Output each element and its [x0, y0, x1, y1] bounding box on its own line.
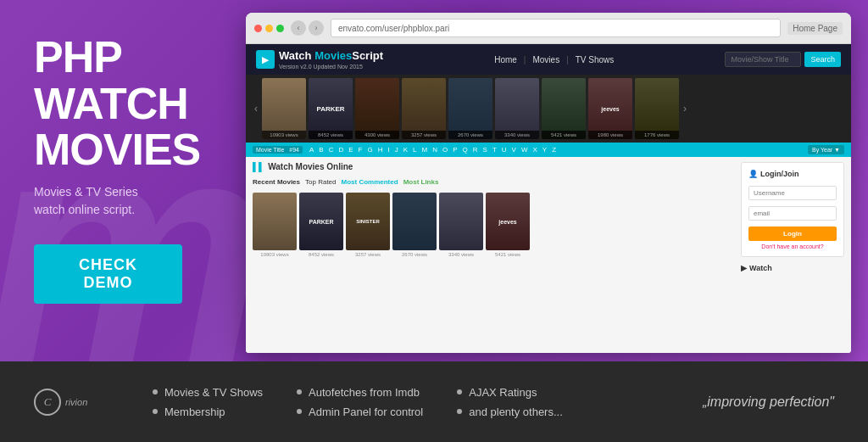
strip-movie-5[interactable]: 2670 views	[448, 78, 492, 139]
watch-section: ▶ Watch	[741, 264, 844, 272]
strip-movie-3-views: 4300 views	[355, 131, 399, 139]
grid-movie-6-views: 5421 views	[486, 252, 530, 257]
alpha-e[interactable]: E	[347, 145, 354, 154]
strip-movie-1[interactable]: 10903 views	[262, 78, 306, 139]
grid-movie-2[interactable]: PARKER 8452 views	[299, 193, 343, 257]
tab-recent[interactable]: Recent Movies	[253, 176, 300, 187]
grid-movie-4[interactable]: 2670 views	[392, 193, 437, 257]
alpha-j[interactable]: J	[393, 145, 400, 154]
title-line2: WATCH	[34, 81, 212, 127]
dot-green[interactable]	[276, 25, 284, 32]
grid-movie-4-thumb	[392, 193, 437, 250]
alpha-o[interactable]: O	[441, 145, 449, 154]
alpha-i[interactable]: I	[386, 145, 391, 154]
dot-red[interactable]	[254, 25, 262, 32]
section-icon: ▌▌	[253, 162, 264, 171]
grid-movie-3-views: 3257 views	[346, 252, 390, 257]
alpha-l[interactable]: L	[411, 145, 418, 154]
tab-toprated[interactable]: Top Rated	[305, 176, 336, 187]
login-title: 👤 Login/Join	[748, 170, 837, 178]
app-subtitle: Movies & TV Serieswatch online script.	[34, 183, 212, 219]
strip-prev-arrow[interactable]: ‹	[253, 103, 259, 115]
register-link[interactable]: Don't have an account?	[748, 243, 837, 249]
forward-button[interactable]: ›	[309, 20, 324, 36]
username-input[interactable]	[748, 186, 837, 200]
strip-movie-1-views: 10903 views	[262, 131, 306, 139]
feature-ajax: AJAX Ratings	[457, 386, 563, 399]
alpha-g[interactable]: G	[365, 145, 374, 154]
tab-mostlinks[interactable]: Most Links	[403, 176, 439, 187]
alpha-b[interactable]: B	[317, 145, 325, 154]
strip-movie-6[interactable]: 3340 views	[495, 78, 539, 139]
browser-url-bar[interactable]: envato.com/user/phpblox.pari	[331, 19, 781, 37]
grid-movie-1[interactable]: 10903 views	[253, 193, 297, 257]
logo-title: Watch MoviesScript	[279, 49, 383, 62]
grid-movie-5-views: 3340 views	[439, 252, 483, 257]
feature-ajax-text: AJAX Ratings	[469, 386, 537, 399]
back-button[interactable]: ‹	[291, 20, 306, 36]
title-line1: PHP	[34, 34, 212, 81]
alpha-v[interactable]: V	[510, 145, 518, 154]
alpha-z[interactable]: Z	[550, 145, 558, 154]
nav-tvshows[interactable]: TV Shows	[576, 55, 615, 64]
strip-movie-4-views: 3257 views	[402, 131, 446, 139]
alpha-q[interactable]: Q	[461, 145, 470, 154]
strip-movie-8[interactable]: jeeves 1980 views	[588, 78, 632, 139]
grid-movie-5[interactable]: 3340 views	[439, 193, 483, 257]
search-button[interactable]: Search	[804, 52, 841, 67]
content-right: 👤 Login/Join Login Don't have an account…	[734, 162, 844, 348]
grid-movie-3[interactable]: SINISTER 3257 views	[346, 193, 390, 257]
grid-movie-6[interactable]: jeeves 5421 views	[486, 193, 530, 257]
alpha-r[interactable]: R	[471, 145, 480, 154]
nav-movies[interactable]: Movies	[532, 55, 559, 64]
sort-dropdown[interactable]: By Year ▼	[808, 145, 844, 154]
alpha-f[interactable]: F	[357, 145, 364, 154]
main-area: m PHP WATCH MOVIES Movies & TV Serieswat…	[0, 0, 868, 361]
strip-movie-3[interactable]: 4300 views	[355, 78, 399, 139]
alpha-p[interactable]: P	[451, 145, 459, 154]
alpha-u[interactable]: U	[500, 145, 509, 154]
app-title: PHP WATCH MOVIES	[34, 34, 212, 173]
nav-home[interactable]: Home	[494, 55, 517, 64]
password-input[interactable]	[748, 206, 837, 221]
crivion-icon: C	[34, 389, 61, 416]
crivion-logo: C rivion	[34, 389, 87, 416]
site-nav: Home | Movies | TV Shows	[393, 55, 715, 64]
dot-yellow[interactable]	[265, 25, 273, 32]
alpha-a[interactable]: A	[308, 145, 315, 154]
feature-autofetch: Autofetches from Imdb	[297, 386, 423, 399]
strip-movie-4[interactable]: 3257 views	[402, 78, 446, 139]
tagline-text: „improving perfection"	[703, 394, 834, 409]
strip-next-arrow[interactable]: ›	[682, 103, 688, 115]
login-button[interactable]: Login	[748, 227, 837, 241]
check-demo-button[interactable]: CHECK DEMO	[34, 244, 182, 304]
login-section: 👤 Login/Join Login Don't have an account…	[741, 162, 844, 257]
browser-toolbar: ‹ › envato.com/user/phpblox.pari Home Pa…	[246, 13, 851, 44]
alpha-x[interactable]: X	[531, 145, 538, 154]
tab-mostcommented[interactable]: Most Commented	[342, 176, 398, 187]
grid-movie-5-thumb	[439, 193, 483, 250]
strip-movie-7[interactable]: 5421 views	[542, 78, 586, 139]
watch-title: ▶ Watch	[741, 264, 844, 272]
bullet-4	[297, 409, 302, 414]
alpha-s[interactable]: S	[481, 145, 489, 154]
alpha-y[interactable]: Y	[541, 145, 548, 154]
alpha-n[interactable]: N	[431, 145, 439, 154]
alpha-w[interactable]: W	[520, 145, 530, 154]
strip-movie-8-views: 1980 views	[588, 131, 632, 139]
feature-col-1: Movies & TV Shows Membership	[153, 386, 263, 418]
alpha-d[interactable]: D	[337, 145, 345, 154]
feature-membership-text: Membership	[164, 406, 225, 418]
search-input[interactable]	[725, 52, 801, 67]
alpha-t[interactable]: T	[491, 145, 498, 154]
alpha-k[interactable]: K	[402, 145, 409, 154]
bottom-bar: C rivion Movies & TV Shows Membership Au…	[0, 361, 868, 442]
strip-movie-2[interactable]: PARKER 8452 views	[309, 78, 353, 139]
alpha-m[interactable]: M	[420, 145, 430, 154]
title-line3: MOVIES	[34, 126, 212, 173]
watch-arrow-icon: ▶	[741, 264, 747, 272]
browser-home-btn[interactable]: Home Page	[787, 22, 843, 35]
alpha-c[interactable]: C	[327, 145, 336, 154]
strip-movie-9[interactable]: 1776 views	[635, 78, 679, 139]
alpha-h[interactable]: H	[376, 145, 385, 154]
